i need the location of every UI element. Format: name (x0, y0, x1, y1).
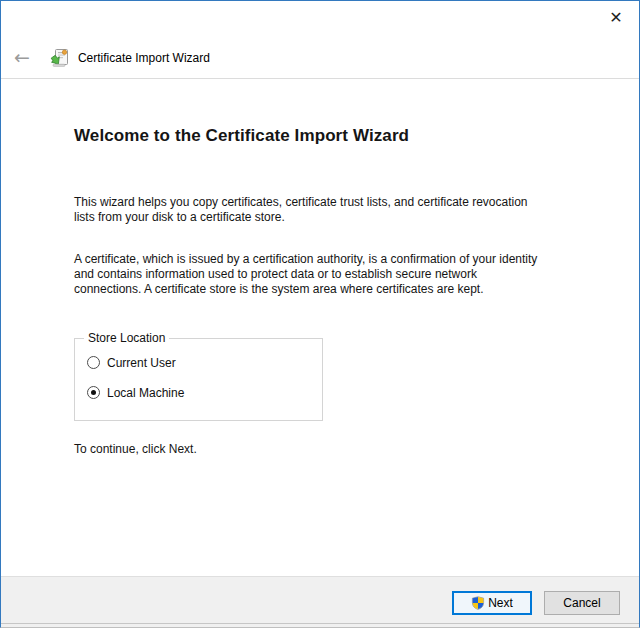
cancel-button[interactable]: Cancel (544, 591, 620, 615)
back-arrow-icon: ← (14, 46, 30, 68)
next-button[interactable]: Next (452, 591, 532, 615)
close-button[interactable]: ✕ (601, 5, 631, 31)
back-button[interactable]: ← (14, 48, 30, 67)
next-button-label: Next (488, 596, 513, 610)
page-heading: Welcome to the Certificate Import Wizard (74, 126, 575, 146)
certificate-import-wizard-icon (50, 48, 70, 68)
radio-button-icon (87, 356, 100, 369)
titlebar: ✕ (1, 1, 639, 37)
store-location-legend: Store Location (84, 331, 169, 345)
window-title: Certificate Import Wizard (78, 51, 210, 65)
cancel-button-label: Cancel (563, 596, 600, 610)
radio-local-machine[interactable]: Local Machine (87, 386, 322, 400)
radio-current-user-label: Current User (107, 356, 176, 370)
description-paragraph: A certificate, which is issued by a cert… (74, 252, 575, 298)
continue-hint: To continue, click Next. (74, 442, 575, 456)
radio-local-machine-label: Local Machine (107, 386, 184, 400)
close-icon: ✕ (609, 8, 622, 27)
radio-current-user[interactable]: Current User (87, 356, 322, 370)
certificate-import-wizard-window: ✕ ← Certificate Import Wizard Welcome to… (0, 0, 640, 628)
button-bar: Next Cancel (1, 576, 639, 627)
wizard-page-content: Welcome to the Certificate Import Wizard… (1, 79, 639, 456)
intro-paragraph: This wizard helps you copy certificates,… (74, 195, 575, 226)
uac-shield-icon (471, 596, 485, 610)
wizard-header: ← Certificate Import Wizard (1, 37, 639, 79)
store-location-group: Store Location Current User Local Machin… (74, 338, 323, 421)
radio-button-icon (87, 386, 100, 399)
